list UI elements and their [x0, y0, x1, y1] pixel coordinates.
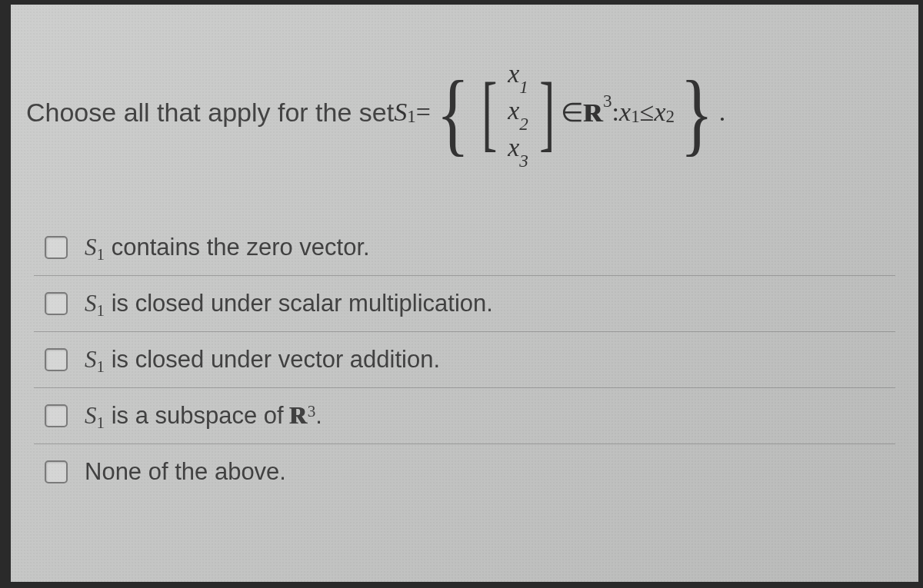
- cond-lhs-sub: 1: [631, 106, 640, 127]
- option-text: contains the zero vector.: [105, 234, 370, 261]
- option-s-sub: 1: [97, 245, 105, 264]
- option-label: S1 contains the zero vector.: [85, 234, 370, 261]
- option-row[interactable]: None of the above.: [34, 444, 895, 500]
- such-that-colon: :: [612, 98, 619, 127]
- option-label: S1 is a subspace of R3.: [85, 402, 322, 430]
- option-s-sub: 1: [97, 414, 105, 432]
- option-s: S: [85, 402, 97, 429]
- right-brace-icon: }: [680, 75, 713, 153]
- question-period: .: [719, 98, 726, 127]
- option-label: S1 is closed under scalar multiplication…: [85, 290, 493, 317]
- equals-sign: =: [416, 98, 431, 127]
- option-s: S: [85, 234, 97, 261]
- space-sup: 3: [308, 402, 316, 420]
- option-text: is closed under scalar multiplication.: [105, 290, 493, 317]
- real-space: R3: [584, 97, 611, 128]
- vec-x3-var: x: [508, 133, 519, 161]
- option-label: None of the above.: [85, 458, 286, 486]
- cond-rhs-var: x: [654, 98, 665, 127]
- blackboard-r-icon: R: [290, 402, 307, 430]
- option-text: is closed under vector addition.: [105, 346, 440, 373]
- vec-x2-sub: 2: [519, 114, 528, 134]
- question-prompt: Choose all that apply for the set: [26, 98, 394, 128]
- left-brace-icon: {: [436, 75, 469, 153]
- blackboard-r-icon: R: [584, 98, 603, 128]
- leq-sign: ≤: [640, 98, 655, 127]
- options-list: S1 contains the zero vector. S1 is close…: [34, 220, 895, 500]
- checkbox[interactable]: [45, 460, 68, 483]
- option-s-sub: 1: [97, 357, 105, 376]
- option-row[interactable]: S1 is closed under vector addition.: [34, 332, 895, 388]
- checkbox[interactable]: [45, 404, 68, 427]
- option-row[interactable]: S1 is closed under scalar multiplication…: [34, 276, 895, 332]
- set-symbol: S: [394, 98, 407, 127]
- vec-x3-sub: 3: [519, 151, 528, 171]
- option-text: None of the above.: [85, 458, 286, 485]
- vector-column: x1 x2 x3: [503, 57, 533, 168]
- option-row[interactable]: S1 contains the zero vector.: [34, 220, 895, 276]
- option-s: S: [85, 346, 97, 373]
- checkbox[interactable]: [45, 348, 68, 371]
- element-of: ∈: [561, 97, 584, 128]
- option-label: S1 is closed under vector addition.: [85, 346, 440, 374]
- cond-lhs-var: x: [619, 98, 631, 127]
- space-sup: 3: [603, 91, 612, 111]
- option-row[interactable]: S1 is a subspace of R3.: [34, 388, 895, 444]
- checkbox[interactable]: [45, 236, 68, 259]
- question-math: S1 = { [ x1 x2 x3 ] ∈ R3 : x1 ≤ x2 } .: [394, 57, 725, 168]
- option-s-sub: 1: [97, 301, 105, 320]
- vec-x2-var: x: [508, 96, 519, 125]
- checkbox[interactable]: [45, 292, 68, 315]
- right-bracket-icon: ]: [539, 77, 555, 149]
- left-bracket-icon: [: [481, 77, 497, 149]
- option-s: S: [85, 290, 97, 317]
- option-text: is a subspace of: [105, 402, 290, 429]
- vec-x1-sub: 1: [519, 77, 528, 97]
- option-tail: .: [315, 402, 322, 429]
- question-row: Choose all that apply for the set S1 = {…: [26, 51, 911, 174]
- set-subscript: 1: [407, 106, 416, 127]
- vec-x1-var: x: [508, 59, 519, 88]
- cond-rhs-sub: 2: [665, 106, 675, 127]
